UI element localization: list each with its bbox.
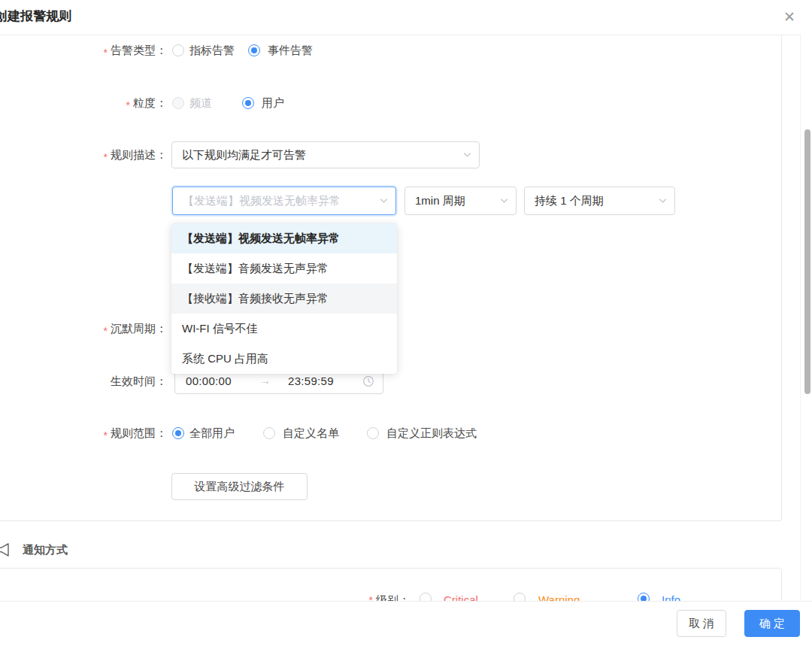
silence-period-label: * 沉默周期： [0,322,167,336]
required-asterisk: * [104,47,108,58]
radio-metric-alarm[interactable] [172,44,184,56]
period-select[interactable]: 1min 周期 [404,187,517,215]
dropdown-option[interactable]: 【发送端】音频发送无声异常 [171,253,397,284]
radio-channel [172,97,184,109]
rule-desc-label: * 规则描述： [0,148,167,162]
radio-custom-regex-label[interactable]: 自定义正则表达式 [386,426,477,441]
required-asterisk: * [126,100,130,111]
confirm-button[interactable]: 确 定 [744,610,800,637]
radio-custom-list[interactable] [263,427,275,439]
event-rule-dropdown-menu: 【发送端】视频发送无帧率异常 【发送端】音频发送无声异常 【接收端】音频接收无声… [171,223,397,374]
dropdown-option[interactable]: 系统 CPU 占用高 [171,344,397,374]
radio-all-users-label[interactable]: 全部用户 [189,426,235,441]
dialog-footer: 取 消 确 定 [0,601,812,646]
radio-all-users[interactable] [172,427,184,439]
start-time-value: 00:00:00 [186,375,232,387]
cancel-button[interactable]: 取 消 [677,610,726,637]
scrollbar-thumb[interactable] [804,129,810,394]
rule-desc-select-value: 以下规则均满足才可告警 [182,148,306,162]
radio-custom-list-label[interactable]: 自定义名单 [283,426,339,441]
chevron-down-icon [658,196,668,206]
notification-section-title: 通知方式 [23,543,68,557]
required-asterisk: * [104,326,108,336]
radio-event-alarm-label[interactable]: 事件告警 [268,44,313,58]
dropdown-option[interactable]: 【发送端】视频发送无帧率异常 [171,223,397,253]
chevron-down-icon [462,150,472,160]
rule-desc-select[interactable]: 以下规则均满足才可告警 [171,141,480,168]
effective-time-label: 生效时间： [0,375,167,389]
radio-metric-alarm-label[interactable]: 指标告警 [189,44,235,58]
duration-select[interactable]: 持续 1 个周期 [524,187,675,215]
end-time-value: 23:59:59 [288,375,334,387]
event-rule-select[interactable]: 【发送端】视频发送无帧率异常 [172,187,396,215]
chevron-down-icon [499,196,509,206]
dialog-title: 创建报警规则 [0,8,71,25]
radio-custom-regex[interactable] [367,427,379,439]
required-asterisk: * [104,152,108,162]
chevron-down-icon [379,196,389,206]
radio-event-alarm[interactable] [248,44,260,56]
rule-scope-label: * 规则范围： [0,426,167,441]
clock-icon [362,375,374,387]
duration-select-value: 持续 1 个周期 [535,194,604,208]
close-icon[interactable]: ✕ [779,6,800,27]
alarm-type-label: * 告警类型： [0,44,167,58]
radio-user-label[interactable]: 用户 [262,96,284,111]
granularity-label: * 粒度： [0,96,167,111]
dropdown-option[interactable]: 【接收端】音频接收无声异常 [171,284,397,314]
period-select-value: 1min 周期 [415,194,465,208]
radio-channel-label: 频道 [189,96,212,111]
advanced-filter-button[interactable]: 设置高级过滤条件 [171,473,308,500]
event-rule-select-placeholder: 【发送端】视频发送无帧率异常 [183,194,341,208]
required-asterisk: * [104,430,108,441]
radio-user[interactable] [242,97,254,109]
range-arrow-icon: → [259,374,271,387]
megaphone-icon [0,541,14,559]
dialog-header: 创建报警规则 ✕ [0,0,812,35]
dropdown-option[interactable]: WI-FI 信号不佳 [171,314,397,344]
